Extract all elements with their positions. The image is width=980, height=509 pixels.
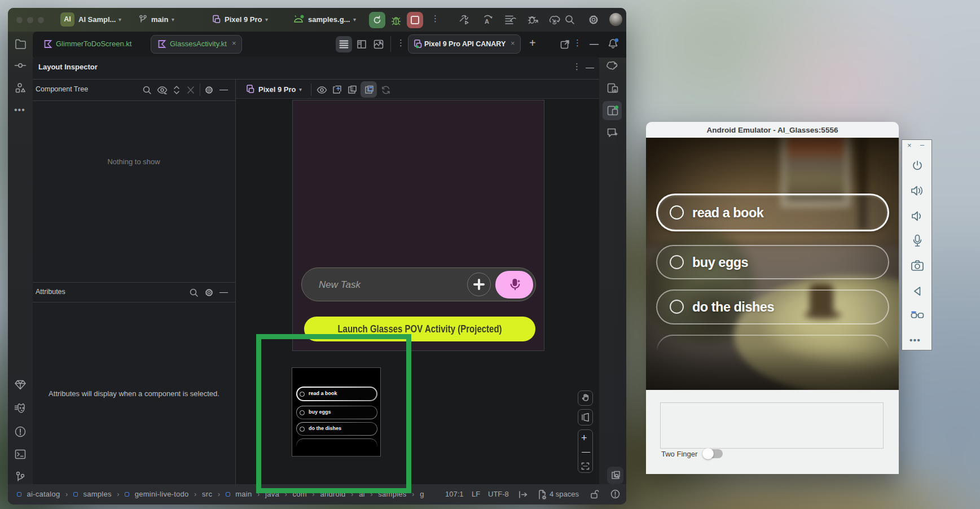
svg-text:A: A: [485, 18, 489, 25]
